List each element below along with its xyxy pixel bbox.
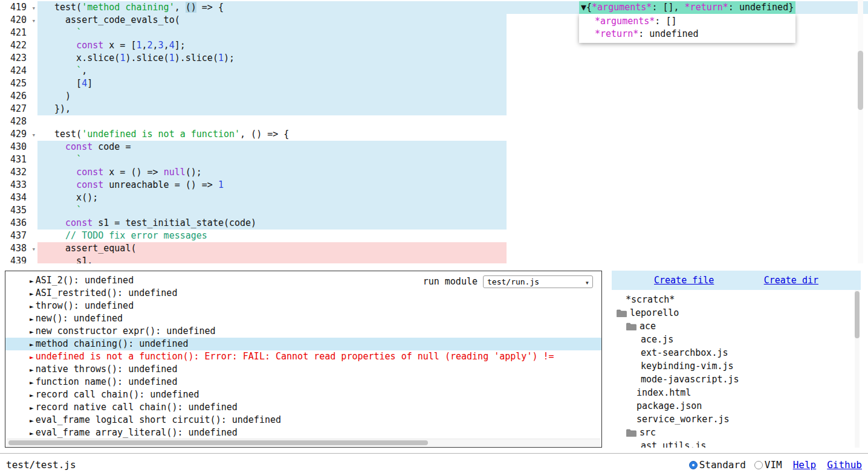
fold-marker-icon[interactable]: ▾ (31, 243, 36, 256)
test-result-item[interactable]: ►new constructor expr(): undefined (5, 325, 601, 338)
code-token (54, 230, 65, 241)
file-tree-item[interactable]: service_worker.js (612, 413, 861, 426)
code-text: ` (54, 153, 82, 166)
code-token: , (164, 40, 169, 51)
code-line[interactable]: 438▾ assert_equal( (0, 242, 868, 255)
file-tree-folder[interactable]: src (612, 426, 861, 439)
keybinding-option-vim[interactable]: VIM (754, 459, 782, 471)
code-token: 1 (218, 179, 224, 190)
test-result-text: native throws(): undefined (36, 364, 178, 375)
file-tree-item[interactable]: package.json (612, 399, 861, 413)
tooltip-row[interactable]: *arguments*: [] (595, 15, 789, 28)
line-number: 419▾ (0, 1, 37, 14)
code-line[interactable]: 432 const x = () => null(); (0, 166, 868, 179)
code-line[interactable]: 428 (0, 115, 868, 128)
test-result-text: function name(): undefined (36, 376, 178, 387)
test-result-item[interactable]: ►ASI_restrited(): undefined (5, 287, 601, 300)
test-result-item[interactable]: ►eval_frame logical short circuit(): und… (5, 414, 601, 426)
code-line[interactable]: 435 ` (0, 204, 868, 217)
test-result-item[interactable]: ►new(): undefined (5, 312, 601, 325)
expand-arrow-icon[interactable]: ► (30, 315, 34, 323)
file-tree-item[interactable]: *scratch* (612, 293, 861, 306)
code-text: ` (54, 204, 82, 217)
test-result-item[interactable]: ►eval_frame array_literal(): undefined (5, 426, 601, 439)
code-text: `, (54, 65, 87, 77)
keybinding-radios: StandardVIM (689, 459, 782, 471)
code-line[interactable]: 426 ) (0, 90, 868, 103)
files-scrollbar-thumb[interactable] (855, 291, 860, 338)
file-tree-item[interactable]: ext-searchbox.js (612, 346, 861, 359)
code-line[interactable]: 430 const code = (0, 141, 868, 153)
expand-arrow-icon[interactable]: ► (30, 353, 34, 361)
code-token (54, 141, 65, 152)
file-tree-folder[interactable]: leporello (612, 306, 861, 320)
test-result-item[interactable]: ►record native call chain(): undefined (5, 401, 601, 414)
expand-arrow-icon[interactable]: ► (30, 277, 34, 285)
file-tree-folder[interactable]: ace (612, 320, 861, 333)
code-line[interactable]: 434 x(); (0, 191, 868, 204)
code-line[interactable]: 436 const s1 = test_initial_state(code) (0, 217, 868, 230)
code-text: x(); (54, 191, 98, 204)
create-dir-link[interactable]: Create dir (764, 275, 818, 286)
file-name: leporello (630, 307, 679, 318)
editor-scrollbar-thumb[interactable] (858, 51, 863, 110)
code-token: ).slice( (125, 53, 169, 63)
code-line[interactable]: 439 s1, (0, 255, 868, 263)
github-link[interactable]: Github (827, 459, 862, 471)
radio-unselected-icon[interactable] (754, 461, 763, 469)
expand-arrow-icon[interactable]: ► (30, 379, 34, 387)
expand-arrow-icon[interactable]: ► (30, 341, 34, 349)
expand-arrow-icon[interactable]: ► (30, 366, 34, 374)
code-text: x.slice(1).slice(1).slice(1); (54, 52, 235, 65)
code-line[interactable]: 424 `, (0, 65, 868, 77)
code-line[interactable]: 423 x.slice(1).slice(1).slice(1); (0, 52, 868, 65)
execution-highlight (37, 27, 507, 39)
code-editor[interactable]: 419▾test('method chaining', () => {420▾ … (0, 0, 868, 263)
results-hscrollbar-thumb[interactable] (8, 440, 428, 445)
test-result-item[interactable]: ►function name(): undefined (5, 376, 601, 388)
test-result-item[interactable]: ►throw(): undefined (5, 300, 601, 312)
file-tree-item[interactable]: ast_utils.js (612, 439, 861, 448)
expand-arrow-icon[interactable]: ► (30, 303, 34, 310)
test-result-item[interactable]: ►native throws(): undefined (5, 363, 601, 376)
keybinding-option-standard[interactable]: Standard (689, 459, 746, 471)
fold-marker-icon[interactable]: ▾ (31, 2, 36, 14)
test-result-item[interactable]: ►record call chain(): undefined (5, 388, 601, 401)
file-tree-item[interactable]: mode-javascript.js (612, 373, 861, 386)
code-line[interactable]: 437 // TODO fix error messages (0, 230, 868, 242)
expand-arrow-icon[interactable]: ► (30, 290, 34, 298)
file-tree-item[interactable]: index.html (612, 386, 861, 399)
expand-arrow-icon[interactable]: ► (30, 404, 34, 412)
results-hscrollbar[interactable] (6, 439, 601, 446)
code-line[interactable]: 431 ` (0, 153, 868, 166)
test-result-item[interactable]: ►undefined is not a function(): Error: F… (5, 350, 601, 363)
run-module-select[interactable]: test/run.js (483, 275, 593, 288)
execution-highlight (37, 65, 507, 77)
test-result-item[interactable]: ►method chaining(): undefined (5, 338, 601, 350)
code-token: ` (76, 205, 82, 216)
create-file-link[interactable]: Create file (654, 275, 714, 286)
execution-highlight (37, 77, 507, 90)
expand-arrow-icon[interactable]: ► (30, 328, 34, 336)
help-link[interactable]: Help (793, 459, 817, 471)
fold-marker-icon[interactable]: ▾ (31, 14, 36, 27)
expand-arrow-icon[interactable]: ► (30, 391, 34, 399)
code-token: 1 (218, 53, 224, 63)
code-line[interactable]: 425 [4] (0, 77, 868, 90)
tooltip-header[interactable]: ▼{*arguments*: [], *return*: undefined} (579, 1, 795, 14)
code-token: x = () => (103, 167, 163, 178)
file-tree-item[interactable]: keybinding-vim.js (612, 359, 861, 373)
code-line[interactable]: 427}), (0, 103, 868, 115)
code-line[interactable]: 429▾test('undefined is not a function', … (0, 128, 868, 141)
code-line[interactable]: 433 const unreachable = () => 1 (0, 179, 868, 191)
expand-arrow-icon[interactable]: ► (30, 429, 34, 437)
editor-scrollbar[interactable] (858, 0, 863, 263)
tooltip-row[interactable]: *return*: undefined (595, 28, 789, 40)
fold-marker-icon[interactable]: ▾ (31, 129, 36, 141)
code-text: s1, (54, 255, 92, 263)
file-tree-item[interactable]: ace.js (612, 333, 861, 346)
files-scrollbar[interactable] (855, 290, 860, 448)
code-text: // TODO fix error messages (54, 230, 207, 242)
expand-arrow-icon[interactable]: ► (30, 417, 34, 425)
radio-selected-icon[interactable] (689, 461, 698, 469)
